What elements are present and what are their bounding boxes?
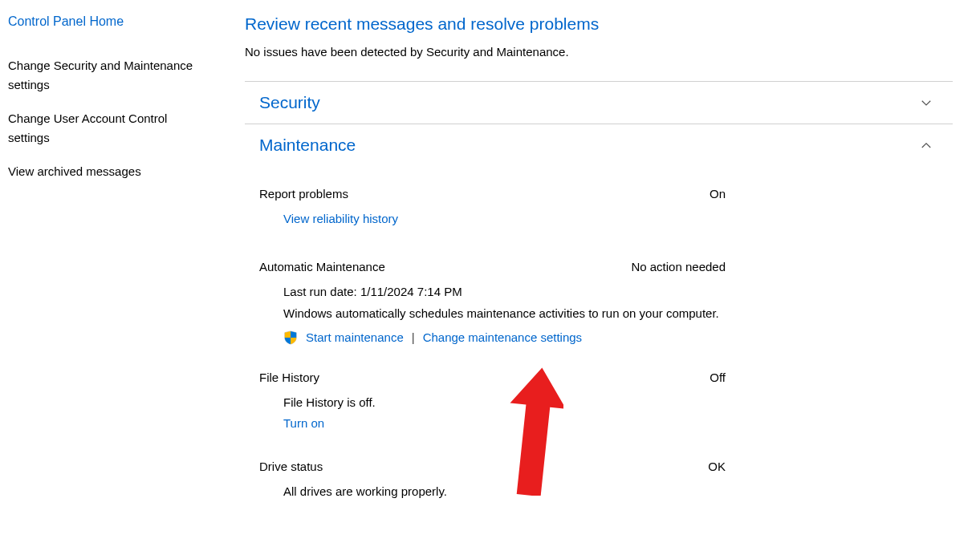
view-reliability-history-link[interactable]: View reliability history bbox=[283, 212, 398, 225]
drive-status-value: OK bbox=[708, 460, 726, 473]
file-history-status: Off bbox=[710, 371, 726, 384]
control-panel-home-link[interactable]: Control Panel Home bbox=[8, 14, 229, 29]
drive-status-row: Drive status OK bbox=[259, 460, 938, 473]
maintenance-title: Maintenance bbox=[259, 136, 356, 155]
status-summary: No issues have been detected by Security… bbox=[245, 45, 953, 59]
shield-icon bbox=[283, 330, 298, 345]
chevron-up-icon bbox=[919, 138, 933, 152]
maintenance-body: Report problems On View reliability hist… bbox=[245, 166, 953, 509]
auto-maint-status: No action needed bbox=[631, 260, 726, 273]
auto-maint-last-run: Last run date: 1/11/2024 7:14 PM bbox=[283, 282, 938, 302]
file-history-row: File History Off bbox=[259, 371, 938, 384]
maintenance-section-header[interactable]: Maintenance bbox=[245, 124, 953, 166]
chevron-down-icon bbox=[919, 95, 933, 110]
main-panel: Review recent messages and resolve probl… bbox=[237, 0, 967, 559]
report-problems-label: Report problems bbox=[259, 187, 348, 201]
drive-status-label: Drive status bbox=[259, 460, 323, 473]
auto-maint-label: Automatic Maintenance bbox=[259, 260, 385, 273]
drive-status-desc: All drives are working properly. bbox=[283, 481, 938, 502]
page-title: Review recent messages and resolve probl… bbox=[245, 14, 953, 34]
report-problems-status: On bbox=[710, 187, 726, 201]
file-history-label: File History bbox=[259, 371, 319, 384]
separator: | bbox=[412, 330, 415, 344]
auto-maint-desc: Windows automatically schedules maintena… bbox=[283, 303, 938, 324]
change-security-settings-link[interactable]: Change Security and Maintenance settings bbox=[8, 56, 209, 95]
start-maintenance-link[interactable]: Start maintenance bbox=[306, 330, 404, 344]
file-history-desc: File History is off. bbox=[283, 392, 938, 413]
security-title: Security bbox=[259, 93, 320, 112]
security-section-header[interactable]: Security bbox=[245, 82, 953, 124]
change-maintenance-settings-link[interactable]: Change maintenance settings bbox=[423, 330, 582, 344]
sidebar: Control Panel Home Change Security and M… bbox=[0, 0, 237, 559]
file-history-turn-on-link[interactable]: Turn on bbox=[283, 416, 324, 430]
automatic-maintenance-row: Automatic Maintenance No action needed bbox=[259, 260, 938, 273]
change-uac-settings-link[interactable]: Change User Account Control settings bbox=[8, 109, 209, 148]
report-problems-row: Report problems On bbox=[259, 187, 938, 201]
view-archived-messages-link[interactable]: View archived messages bbox=[8, 162, 209, 181]
